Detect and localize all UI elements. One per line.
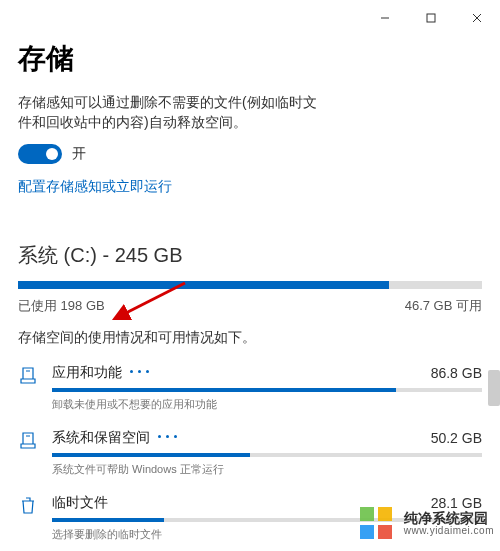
category-bar-fill [52, 453, 250, 457]
drive-free: 46.7 GB 可用 [405, 297, 482, 315]
watermark: 纯净系统家园 www.yidaimei.com [354, 501, 494, 545]
category-name-wrap: 系统和保留空间 [52, 428, 186, 447]
apps-icon [18, 365, 46, 389]
scrollbar[interactable] [488, 370, 500, 406]
watermark-brand: 纯净系统家园 [404, 511, 494, 525]
category-sub: 系统文件可帮助 Windows 正常运行 [52, 461, 482, 477]
category-bar [52, 388, 482, 392]
category-bar-fill [52, 388, 396, 392]
category-sub: 卸载未使用或不想要的应用和功能 [52, 396, 482, 412]
close-button[interactable] [454, 4, 500, 32]
configure-storage-sense-link[interactable]: 配置存储感知或立即运行 [0, 172, 190, 202]
toggle-knob [46, 148, 58, 160]
category-system[interactable]: 系统和保留空间50.2 GB系统文件可帮助 Windows 正常运行 [18, 420, 482, 485]
category-body: 应用和功能86.8 GB卸载未使用或不想要的应用和功能 [52, 363, 482, 412]
category-bar-fill [52, 518, 164, 522]
watermark-logo-icon [354, 501, 398, 545]
drive-used: 已使用 198 GB [18, 297, 105, 315]
loading-spinner-icon [156, 432, 186, 442]
drive-usage-row: 已使用 198 GB 46.7 GB 可用 [18, 297, 482, 315]
category-size: 86.8 GB [431, 365, 482, 381]
minimize-button[interactable] [362, 4, 408, 32]
category-bar [52, 453, 482, 457]
category-head: 应用和功能86.8 GB [52, 363, 482, 382]
category-name: 临时文件 [52, 494, 108, 510]
category-size: 50.2 GB [431, 430, 482, 446]
watermark-text-block: 纯净系统家园 www.yidaimei.com [404, 511, 494, 536]
storage-sense-toggle-row: 开 [0, 132, 500, 172]
category-head: 系统和保留空间50.2 GB [52, 428, 482, 447]
drive-hint: 存储空间的使用情况和可用情况如下。 [18, 315, 482, 355]
temp-icon [18, 495, 46, 519]
drive-section: 系统 (C:) - 245 GB 已使用 198 GB 46.7 GB 可用 存… [0, 202, 500, 355]
loading-spinner-icon [128, 367, 158, 377]
storage-sense-toggle[interactable] [18, 144, 62, 164]
maximize-button[interactable] [408, 4, 454, 32]
page-title: 存储 [0, 32, 500, 92]
drive-usage-bar [18, 281, 482, 289]
title-bar [0, 0, 500, 32]
toggle-label: 开 [72, 145, 86, 163]
storage-sense-desc: 存储感知可以通过删除不需要的文件(例如临时文件和回收站中的内容)自动释放空间。 [0, 92, 340, 132]
system-icon [18, 430, 46, 454]
watermark-url: www.yidaimei.com [404, 525, 494, 536]
drive-usage-fill [18, 281, 389, 289]
category-name: 应用和功能 [52, 364, 122, 380]
drive-title: 系统 (C:) - 245 GB [18, 242, 482, 269]
category-name: 系统和保留空间 [52, 429, 150, 445]
category-apps[interactable]: 应用和功能86.8 GB卸载未使用或不想要的应用和功能 [18, 355, 482, 420]
category-name-wrap: 临时文件 [52, 493, 108, 512]
category-body: 系统和保留空间50.2 GB系统文件可帮助 Windows 正常运行 [52, 428, 482, 477]
category-name-wrap: 应用和功能 [52, 363, 158, 382]
svg-rect-0 [427, 14, 435, 22]
